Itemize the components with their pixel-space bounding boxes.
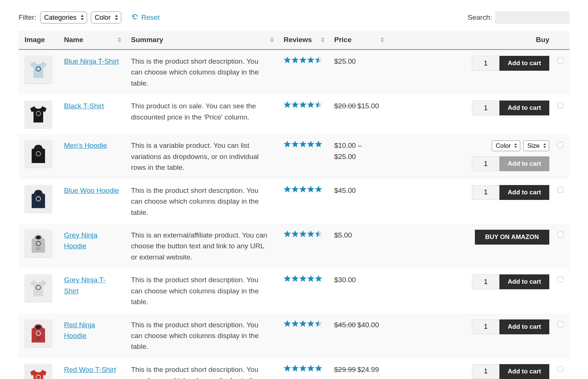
filter-categories-select[interactable]: Categories xyxy=(40,12,87,23)
table-row: Red Ninja HoodieThis is the product shor… xyxy=(19,313,569,358)
add-to-cart-button[interactable]: Add to cart xyxy=(499,156,549,171)
table-row: Grey Ninja T-ShirtThis is the product sh… xyxy=(19,268,569,313)
product-name-link[interactable]: Blue Woo Hoodie xyxy=(64,187,119,194)
table-row: Men's HoodieThis is a variable product. … xyxy=(19,134,569,179)
product-thumb[interactable] xyxy=(25,56,52,83)
product-thumb[interactable] xyxy=(25,140,52,168)
add-to-cart-button[interactable]: Add to cart xyxy=(499,56,549,71)
add-to-cart-button[interactable]: Add to cart xyxy=(499,101,549,115)
col-reviews-header[interactable]: Reviews xyxy=(278,31,328,50)
search-input[interactable] xyxy=(495,11,569,24)
product-thumb[interactable] xyxy=(25,364,52,379)
filter-bar: Filter: Categories Color Reset xyxy=(19,12,160,23)
svg-point-8 xyxy=(36,236,41,239)
sort-icon xyxy=(270,37,274,42)
old-price: $45.00 xyxy=(334,321,356,329)
col-name-header[interactable]: Name xyxy=(58,31,125,50)
price: $25.00 xyxy=(334,57,356,65)
star-rating xyxy=(284,101,322,108)
row-checkbox[interactable] xyxy=(557,187,563,193)
quantity-input[interactable] xyxy=(472,56,499,71)
row-checkbox[interactable] xyxy=(557,276,563,282)
topbar: Filter: Categories Color Reset Search: xyxy=(19,11,569,24)
filter-label: Filter: xyxy=(19,13,36,22)
star-rating xyxy=(284,275,322,282)
quantity-input[interactable] xyxy=(472,101,499,115)
product-name-link[interactable]: Black T-Shirt xyxy=(64,102,104,110)
product-thumb[interactable] xyxy=(25,101,52,128)
variation-size-select[interactable]: Size xyxy=(523,140,549,151)
col-summary-header[interactable]: Summary xyxy=(125,31,278,50)
product-thumb[interactable] xyxy=(25,230,52,257)
row-checkbox[interactable] xyxy=(557,102,563,108)
product-summary: This is the product short description. Y… xyxy=(125,50,278,95)
row-checkbox[interactable] xyxy=(557,232,563,238)
quantity-input[interactable] xyxy=(472,156,499,171)
svg-rect-13 xyxy=(36,337,41,340)
product-summary: This is the product short description. Y… xyxy=(125,268,278,313)
col-image-header: Image xyxy=(19,31,58,50)
product-summary: This is the product short description. Y… xyxy=(125,179,278,224)
reset-label: Reset xyxy=(141,13,160,22)
product-name-link[interactable]: Red Ninja Hoodie xyxy=(64,321,95,340)
product-table: Image Name Summary Reviews Price Buy Blu… xyxy=(19,31,569,379)
quantity-input[interactable] xyxy=(472,274,499,289)
row-checkbox[interactable] xyxy=(557,58,563,64)
product-name-link[interactable]: Blue Ninja T-Shirt xyxy=(64,57,119,65)
star-rating xyxy=(284,364,322,372)
price: $45.00 xyxy=(334,187,356,194)
price: $30.00 xyxy=(334,276,356,284)
product-name-link[interactable]: Grey Ninja Hoodie xyxy=(64,231,98,250)
sort-icon xyxy=(321,37,325,42)
price: $5.00 xyxy=(334,231,352,239)
add-to-cart-button[interactable]: Add to cart xyxy=(499,364,549,379)
star-rating xyxy=(284,230,322,238)
row-checkbox[interactable] xyxy=(557,142,563,148)
add-to-cart-button[interactable]: Add to cart xyxy=(499,274,549,289)
star-rating xyxy=(284,140,322,148)
filter-color-select[interactable]: Color xyxy=(91,12,121,23)
svg-point-12 xyxy=(36,325,41,329)
sort-icon xyxy=(380,37,384,42)
quantity-input[interactable] xyxy=(472,364,499,379)
product-name-link[interactable]: Red Woo T-Shirt xyxy=(64,366,116,373)
col-buy-header: Buy xyxy=(388,31,555,50)
product-name-link[interactable]: Grey Ninja T-Shirt xyxy=(64,276,106,294)
svg-point-2 xyxy=(36,146,41,150)
add-to-cart-button[interactable]: Add to cart xyxy=(499,185,549,200)
product-thumb[interactable] xyxy=(25,274,52,302)
svg-rect-9 xyxy=(36,247,41,250)
product-summary: This is a variable product. You can list… xyxy=(125,134,278,179)
quantity-input[interactable] xyxy=(472,319,499,334)
search-bar: Search: xyxy=(468,11,569,24)
star-rating xyxy=(284,185,322,193)
product-thumb[interactable] xyxy=(25,319,52,347)
buy-external-button[interactable]: BUY ON AMAZON xyxy=(475,230,550,245)
table-row: Blue Woo HoodieThis is the product short… xyxy=(19,179,569,224)
col-price-header[interactable]: Price xyxy=(328,31,388,50)
product-thumb[interactable] xyxy=(25,185,52,213)
svg-rect-6 xyxy=(36,203,41,206)
add-to-cart-button[interactable]: Add to cart xyxy=(499,319,549,334)
sort-icon xyxy=(118,37,121,42)
table-row: Red Woo T-ShirtThis is the product short… xyxy=(19,358,569,379)
undo-icon xyxy=(132,13,138,22)
search-label: Search: xyxy=(468,13,492,22)
price: $10.00 – $25.00 xyxy=(334,141,362,160)
row-checkbox[interactable] xyxy=(557,321,563,327)
quantity-input[interactable] xyxy=(472,185,499,200)
product-summary: This is an external/affiliate product. Y… xyxy=(125,224,278,268)
price: $24.99 xyxy=(357,366,379,373)
reset-button[interactable]: Reset xyxy=(132,13,160,22)
variation-color-select[interactable]: Color xyxy=(492,140,520,151)
svg-rect-3 xyxy=(36,157,41,160)
star-rating xyxy=(284,320,322,327)
price: $40.00 xyxy=(357,321,379,329)
row-checkbox[interactable] xyxy=(557,366,563,372)
price: $15.00 xyxy=(357,102,379,110)
product-summary: This is the product short description. Y… xyxy=(125,313,278,358)
col-check-header xyxy=(555,31,569,50)
product-name-link[interactable]: Men's Hoodie xyxy=(64,141,107,149)
old-price: $20.00 xyxy=(334,102,356,110)
table-row: Black T-ShirtThis product is on sale. Yo… xyxy=(19,95,569,134)
